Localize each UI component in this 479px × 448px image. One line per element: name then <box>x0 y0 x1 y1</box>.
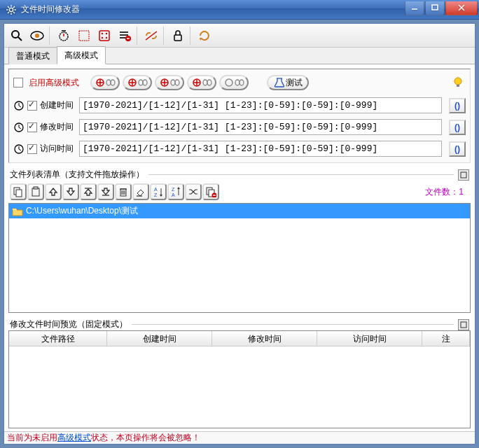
hint-icon[interactable] <box>450 75 466 90</box>
move-down-icon[interactable] <box>62 183 79 200</box>
timer-icon[interactable] <box>54 26 74 46</box>
preview-title: 修改文件时间预览（固定模式） <box>10 318 127 330</box>
collapse-preview-button[interactable] <box>458 319 469 330</box>
file-list-title: 文件列表清单（支持文件拖放操作） <box>10 169 144 181</box>
svg-line-65 <box>19 106 21 107</box>
clear-icon[interactable] <box>132 183 149 200</box>
svg-line-71 <box>19 149 21 150</box>
svg-rect-27 <box>120 34 128 36</box>
select-icon[interactable] <box>74 26 94 46</box>
svg-point-42 <box>139 80 143 85</box>
svg-rect-72 <box>461 172 466 178</box>
svg-line-68 <box>19 127 21 129</box>
eye-icon[interactable] <box>27 26 47 46</box>
svg-point-43 <box>143 80 147 85</box>
svg-rect-75 <box>32 188 39 196</box>
ctime-input[interactable] <box>79 97 442 113</box>
mtime-checkbox[interactable] <box>27 122 37 132</box>
duplicate-block-icon[interactable] <box>202 183 219 200</box>
app-icon <box>6 4 17 15</box>
col-note[interactable]: 注 <box>422 331 470 346</box>
search-icon[interactable] <box>7 26 27 46</box>
svg-text:A: A <box>172 192 175 197</box>
tab-strip: 普通模式 高级模式 <box>4 48 475 64</box>
file-count: 文件数：1 <box>425 186 469 198</box>
list-item[interactable]: C:\Users\wuhan\Desktop\测试 <box>9 204 470 218</box>
mtime-reset-button[interactable]: () <box>449 120 466 135</box>
col-mtime[interactable]: 修改时间 <box>212 331 317 346</box>
svg-point-23 <box>106 32 107 34</box>
move-top-icon[interactable] <box>80 183 97 200</box>
preset-4-button[interactable] <box>187 75 216 90</box>
svg-line-5 <box>8 6 9 8</box>
list-remove-icon[interactable] <box>115 26 134 46</box>
preset-2-button[interactable] <box>123 75 152 90</box>
svg-point-52 <box>203 80 207 85</box>
svg-point-48 <box>175 80 179 85</box>
svg-rect-76 <box>34 187 38 189</box>
enable-advanced-label: 启用高级模式 <box>29 77 79 89</box>
col-atime[interactable]: 访问时间 <box>317 331 422 346</box>
tab-normal[interactable]: 普通模式 <box>8 47 57 64</box>
status-link[interactable]: 高级模式 <box>57 432 91 444</box>
preset-3-button[interactable] <box>155 75 184 90</box>
svg-marker-82 <box>102 188 109 195</box>
maximize-button[interactable] <box>425 1 445 15</box>
delete-icon[interactable] <box>115 183 132 200</box>
col-ctime[interactable]: 创建时间 <box>107 331 212 346</box>
svg-text:A: A <box>154 187 158 192</box>
move-bottom-icon[interactable] <box>97 183 114 200</box>
svg-point-25 <box>106 36 107 38</box>
ctime-reset-button[interactable]: () <box>449 98 466 113</box>
svg-point-58 <box>454 78 461 85</box>
paste-icon[interactable] <box>27 183 44 200</box>
folder-icon <box>12 206 23 216</box>
atime-checkbox[interactable] <box>27 144 37 154</box>
shuffle-icon[interactable] <box>185 183 202 200</box>
collapse-filelist-button[interactable] <box>458 169 469 181</box>
svg-rect-74 <box>16 190 22 197</box>
lock-icon[interactable] <box>168 26 188 46</box>
svg-marker-77 <box>50 188 57 195</box>
svg-point-38 <box>111 80 115 85</box>
svg-point-13 <box>12 31 19 38</box>
sort-az-icon[interactable]: AZ <box>150 183 167 200</box>
preset-1-button[interactable] <box>90 75 120 90</box>
ctime-checkbox[interactable] <box>27 101 37 111</box>
svg-marker-92 <box>160 195 162 197</box>
svg-point-56 <box>240 80 244 85</box>
clock-icon <box>13 100 25 111</box>
file-list-group: 文件列表清单（支持文件拖放操作） AZ ZA 文件数：1 <box>8 169 471 313</box>
enable-advanced-checkbox[interactable] <box>13 78 23 88</box>
sort-za-icon[interactable]: ZA <box>167 183 184 200</box>
unlink-icon[interactable] <box>141 26 161 46</box>
tab-advanced[interactable]: 高级模式 <box>57 46 106 64</box>
move-up-icon[interactable] <box>45 183 62 200</box>
test-button[interactable]: 测试 <box>267 75 309 90</box>
list-item-path: C:\Users\wuhan\Desktop\测试 <box>26 205 138 217</box>
file-list[interactable]: C:\Users\wuhan\Desktop\测试 <box>8 203 471 313</box>
svg-rect-32 <box>174 35 181 41</box>
refresh-icon[interactable] <box>195 26 214 46</box>
col-path[interactable]: 文件路径 <box>9 331 107 346</box>
atime-label: 访问时间 <box>40 143 76 155</box>
atime-reset-button[interactable]: () <box>449 141 466 157</box>
svg-point-16 <box>35 34 39 38</box>
preset-5-button[interactable] <box>219 75 249 90</box>
svg-point-53 <box>207 80 211 85</box>
svg-rect-21 <box>99 31 109 41</box>
copy-icon[interactable] <box>10 183 27 200</box>
minimize-button[interactable] <box>405 1 424 15</box>
atime-input[interactable] <box>79 141 442 157</box>
window-title: 文件时间修改器 <box>21 4 404 15</box>
close-button[interactable] <box>445 1 478 15</box>
mtime-input[interactable] <box>79 119 442 135</box>
test-button-label: 测试 <box>286 77 303 89</box>
svg-point-55 <box>235 80 240 85</box>
random-icon[interactable] <box>95 26 114 46</box>
ctime-label: 创建时间 <box>40 99 76 111</box>
svg-point-24 <box>102 36 103 38</box>
svg-point-47 <box>171 80 175 85</box>
svg-rect-10 <box>432 5 438 10</box>
preview-table[interactable]: 文件路径 创建时间 修改时间 访问时间 注 <box>8 330 471 428</box>
